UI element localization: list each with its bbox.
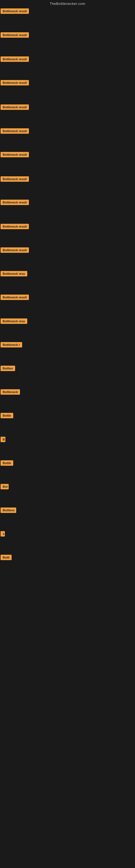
badge-label-7: Bottleneck result: [1, 152, 29, 157]
bottleneck-badge-7: Bottleneck result: [1, 152, 29, 158]
badge-label-18: Bottle: [1, 413, 13, 418]
bottleneck-badge-23: s: [1, 531, 5, 538]
badge-label-19: B: [1, 437, 5, 442]
bottleneck-badge-3: Bottleneck result: [1, 56, 29, 63]
bottleneck-badge-1: Bottleneck result: [1, 8, 29, 15]
bottleneck-badge-21: Bot: [1, 484, 9, 490]
bottleneck-badge-2: Bottleneck result: [1, 32, 29, 39]
badge-label-17: Bottleneck: [1, 389, 20, 395]
bottleneck-badge-18: Bottle: [1, 413, 13, 420]
badge-label-13: Bottleneck result: [1, 294, 29, 300]
bottleneck-badge-4: Bottleneck result: [1, 80, 29, 87]
bottleneck-badge-16: Bottlen: [1, 366, 15, 372]
bottleneck-badge-12: Bottleneck resu: [1, 271, 27, 278]
bottleneck-badge-22: Bottlens: [1, 507, 16, 514]
badge-label-3: Bottleneck result: [1, 56, 29, 62]
bottleneck-badge-19: B: [1, 437, 5, 443]
bottleneck-badge-10: Bottleneck result: [1, 224, 29, 230]
badge-label-5: Bottleneck result: [1, 104, 29, 110]
badge-label-12: Bottleneck resu: [1, 271, 27, 276]
bottleneck-badge-6: Bottleneck result: [1, 128, 29, 135]
badge-label-23: s: [1, 531, 5, 536]
badge-label-20: Bottle: [1, 460, 13, 466]
bottleneck-badge-8: Bottleneck result: [1, 176, 29, 183]
site-title: TheBottlenecker.com: [0, 0, 135, 8]
bottleneck-badge-14: Bottleneck resu: [1, 318, 27, 325]
badge-label-11: Bottleneck result: [1, 247, 29, 253]
badge-label-24: Bottl: [1, 555, 12, 560]
badge-label-21: Bot: [1, 484, 9, 489]
site-title-container: TheBottlenecker.com: [0, 0, 135, 8]
badge-label-1: Bottleneck result: [1, 8, 29, 14]
bottleneck-badge-17: Bottleneck: [1, 389, 20, 396]
badge-label-22: Bottlens: [1, 507, 16, 513]
bottleneck-badge-5: Bottleneck result: [1, 104, 29, 111]
badges-container: Bottleneck resultBottleneck resultBottle…: [0, 8, 135, 868]
badge-label-2: Bottleneck result: [1, 32, 29, 38]
bottleneck-badge-9: Bottleneck result: [1, 199, 29, 206]
badge-label-8: Bottleneck result: [1, 176, 29, 182]
badge-label-15: Bottleneck r: [1, 342, 22, 347]
bottleneck-badge-11: Bottleneck result: [1, 247, 29, 254]
bottleneck-badge-24: Bottl: [1, 555, 12, 561]
badge-label-4: Bottleneck result: [1, 80, 29, 86]
badge-label-14: Bottleneck resu: [1, 318, 27, 324]
badge-label-10: Bottleneck result: [1, 224, 29, 229]
badge-label-9: Bottleneck result: [1, 199, 29, 205]
bottleneck-badge-13: Bottleneck result: [1, 294, 29, 301]
bottleneck-badge-15: Bottleneck r: [1, 342, 22, 348]
badge-label-16: Bottlen: [1, 366, 15, 371]
badge-label-6: Bottleneck result: [1, 128, 29, 134]
bottleneck-badge-20: Bottle: [1, 460, 13, 467]
